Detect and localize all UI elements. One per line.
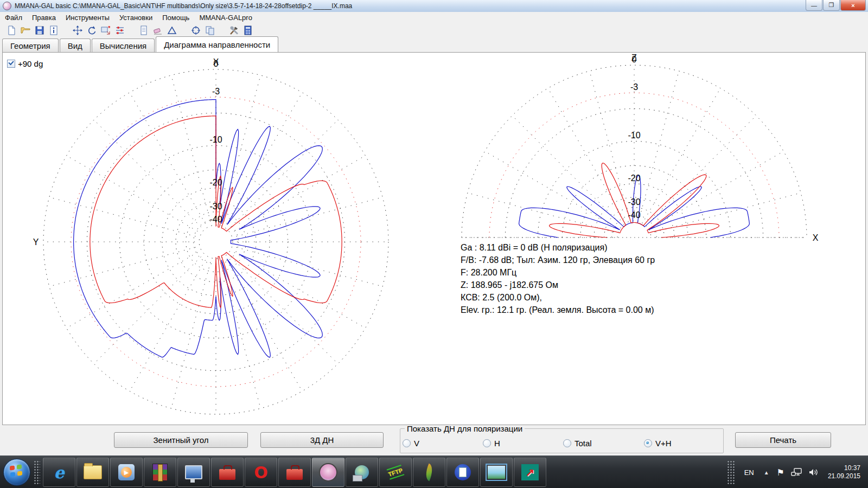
print-button[interactable]: Печать <box>735 432 831 448</box>
taskbar-feather-app[interactable] <box>413 458 445 487</box>
target-icon[interactable] <box>189 24 202 36</box>
network-icon[interactable] <box>791 468 802 477</box>
window-title: MMANA-GAL basic C:\MMANA-GAL_Basic\ANT\H… <box>15 2 352 10</box>
taskbar-windows-explorer[interactable] <box>76 458 109 487</box>
document-icon[interactable] <box>137 24 150 36</box>
taskbar-blue-document-app[interactable] <box>446 458 479 487</box>
radio-v-plus-h[interactable]: V+H <box>644 439 672 448</box>
taskbar-red-toolbox-2[interactable] <box>278 458 311 487</box>
polarization-groupbox: Показать ДН для поляризации V H Total V+… <box>400 428 724 453</box>
opera-icon: O <box>252 463 270 481</box>
menu-tools[interactable]: Инструменты <box>61 12 114 23</box>
app-icon <box>3 2 11 10</box>
tray-dots <box>727 460 735 484</box>
taskbar-media-player[interactable]: ▶ <box>110 458 143 487</box>
triangle-icon[interactable] <box>165 24 178 36</box>
svg-text:-40: -40 <box>628 210 640 220</box>
info-frequency: F: 28.200 МГц <box>461 266 721 279</box>
menu-help[interactable]: Помощь <box>157 12 194 23</box>
taskbar-stock-chart-app[interactable]: ↗ <box>514 458 546 487</box>
taskbar-remote-desktop[interactable] <box>177 458 210 487</box>
taskbar-network-globe[interactable] <box>346 458 378 487</box>
svg-text:-30: -30 <box>628 197 640 207</box>
taskbar-winrar[interactable] <box>144 458 176 487</box>
sliders-icon[interactable] <box>113 24 126 36</box>
taskbar-internet-explorer[interactable]: e <box>43 458 75 487</box>
taskbar-mmana-gal[interactable] <box>312 458 344 487</box>
info-elevation: Elev. гр.: 12.1 гр. (Реал. земля. Высота… <box>461 304 721 316</box>
tab-view[interactable]: Вид <box>60 38 91 52</box>
winrar-icon <box>151 463 169 481</box>
3d-pattern-button[interactable]: 3Д ДН <box>260 432 384 448</box>
tab-bar: Геометрия Вид Вычисления Диаграмма напра… <box>2 37 279 52</box>
action-center-flag-icon[interactable]: ⚑ <box>777 467 784 478</box>
elevation-pattern-chart: 0-3-10-20-30-40ZX <box>3 53 865 425</box>
close-button[interactable]: × <box>840 0 866 11</box>
svg-text:-3: -3 <box>630 82 638 92</box>
polarization-group-label: Показать ДН для поляризации <box>405 424 525 433</box>
taskbar-handle[interactable] <box>34 460 40 484</box>
taskbar-red-toolbox[interactable] <box>211 458 244 487</box>
svg-text:X: X <box>813 233 819 242</box>
minimize-button[interactable]: — <box>806 0 822 11</box>
volume-icon[interactable] <box>808 468 819 477</box>
restore-button[interactable]: ❐ <box>823 0 840 11</box>
plus-90-label: +90 dg <box>18 59 43 68</box>
info-fb: F/B: -7.68 dB; Тыл: Азим. 120 гр, Элевац… <box>461 254 721 266</box>
window-scale-icon[interactable] <box>99 24 112 36</box>
start-button[interactable] <box>3 459 30 486</box>
tftp-server-icon: TFTP <box>386 463 405 481</box>
rotate-icon[interactable] <box>85 24 98 36</box>
info-gain: Ga : 8.11 dBi = 0 dB (H поляризация) <box>461 241 721 254</box>
tools-icon[interactable] <box>227 24 240 36</box>
hidden-icons-button[interactable]: ▲ <box>764 470 769 476</box>
stock-chart-app-icon: ↗ <box>521 464 539 480</box>
radio-total[interactable]: Total <box>563 439 592 448</box>
desktop: MMANA-GAL basic C:\MMANA-GAL_Basic\ANT\H… <box>0 0 868 488</box>
open-folder-icon[interactable] <box>19 24 32 36</box>
photo-viewer-icon <box>487 463 506 481</box>
clock-date: 21.09.2015 <box>828 472 860 480</box>
taskbar-opera[interactable]: O <box>245 458 277 487</box>
plus-90-checkbox[interactable] <box>7 60 15 68</box>
eraser-icon[interactable] <box>151 24 164 36</box>
menu-file[interactable]: Файл <box>0 12 27 23</box>
toolbar <box>0 23 868 37</box>
language-indicator[interactable]: EN <box>744 468 754 477</box>
zenith-angle-button[interactable]: Зенитный угол <box>114 432 248 448</box>
move-icon[interactable] <box>71 24 84 36</box>
pattern-panel: 0-3-10-20-30-40XY 0-3-10-20-30-40ZX +90 … <box>2 52 866 425</box>
svg-text:-10: -10 <box>628 131 640 140</box>
radio-v-dot <box>403 439 411 447</box>
menu-mmana-galpro[interactable]: MMANA-GALpro <box>194 12 257 23</box>
tab-radiation-pattern[interactable]: Диаграмма направленности <box>156 36 278 52</box>
save-icon[interactable] <box>33 24 46 36</box>
copy-icon[interactable] <box>203 24 216 36</box>
svg-text:Z: Z <box>631 53 637 62</box>
menu-setup[interactable]: Установки <box>114 12 157 23</box>
clock[interactable]: 10:37 21.09.2015 <box>828 464 860 480</box>
remote-desktop-icon <box>184 463 203 481</box>
red-toolbox-2-icon <box>285 463 304 481</box>
radio-h-dot <box>483 439 491 447</box>
new-file-icon[interactable] <box>5 24 18 36</box>
info-impedance: Z: 188.965 - j182.675 Ом <box>461 279 721 291</box>
radio-h[interactable]: H <box>483 439 500 448</box>
network-globe-icon <box>353 463 371 481</box>
svg-text:-20: -20 <box>628 174 640 183</box>
windows-explorer-icon <box>84 463 102 481</box>
menu-edit[interactable]: Правка <box>27 12 61 23</box>
file-info-icon[interactable] <box>47 24 60 36</box>
calculator-icon[interactable] <box>241 24 254 36</box>
radio-v-plus-h-dot <box>644 439 652 447</box>
taskbar-photo-viewer[interactable] <box>480 458 513 487</box>
system-tray: EN ▲ ⚑ 10:37 21.09.2015 <box>727 460 868 484</box>
tab-geometry[interactable]: Геометрия <box>2 38 59 52</box>
media-player-icon: ▶ <box>117 463 136 481</box>
title-bar: MMANA-GAL basic C:\MMANA-GAL_Basic\ANT\H… <box>0 0 868 12</box>
tab-calculations[interactable]: Вычисления <box>92 38 155 52</box>
antenna-info: Ga : 8.11 dBi = 0 dB (H поляризация) F/B… <box>461 241 721 316</box>
radio-v[interactable]: V <box>403 439 419 448</box>
menu-bar: Файл Правка Инструменты Установки Помощь… <box>0 12 868 24</box>
taskbar-tftp-server[interactable]: TFTP <box>379 458 412 487</box>
